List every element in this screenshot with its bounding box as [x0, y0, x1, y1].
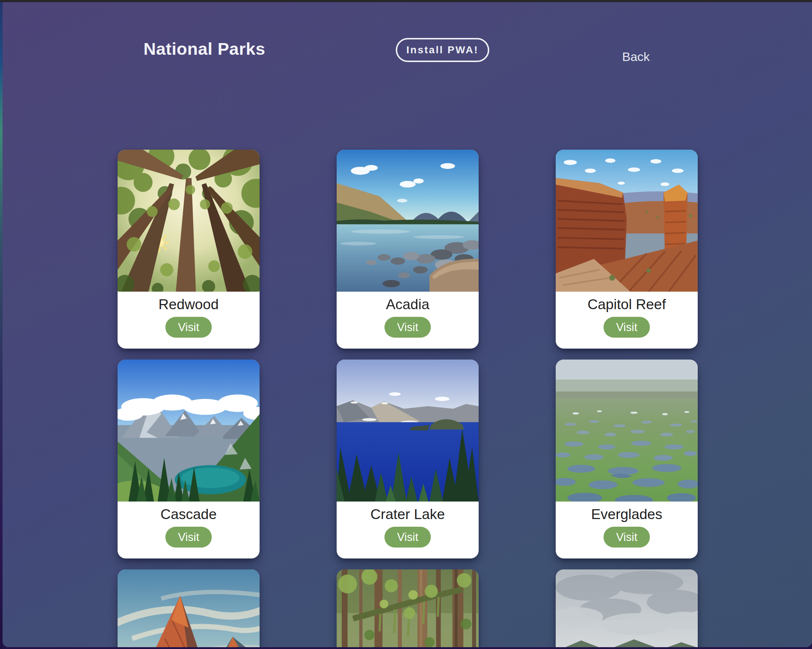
back-button[interactable]: Back [622, 50, 650, 64]
capitol-reef-cliffs-illustration [556, 150, 698, 292]
everglades-wetland-illustration [556, 360, 698, 501]
misty-green-mountains-illustration [556, 570, 698, 647]
install-pwa-button[interactable]: Install PWA! [396, 38, 489, 62]
desktop-edge-strip [0, 0, 3, 649]
park-name: Acadia [386, 296, 429, 313]
park-card-redwood: Redwood Visit [118, 150, 259, 349]
park-card-acadia: Acadia Visit [337, 150, 479, 349]
misty-mountains-photo [556, 570, 698, 647]
visit-button-crater-lake[interactable]: Visit [385, 527, 430, 547]
park-name: Crater Lake [371, 506, 445, 523]
park-card-row3-col3 [556, 570, 698, 647]
park-name: Capitol Reef [588, 296, 666, 313]
visit-button-redwood[interactable]: Visit [165, 317, 211, 338]
visit-button-cascade[interactable]: Visit [165, 527, 211, 547]
capitol-reef-photo [556, 150, 698, 292]
visit-button-acadia[interactable]: Visit [385, 317, 430, 338]
cascade-mountain-lake-illustration [118, 360, 259, 501]
park-card-row3-col2 [337, 570, 479, 647]
page-title: National Parks [143, 39, 266, 59]
park-card-capitol-reef: Capitol Reef Visit [556, 150, 698, 349]
park-card-row3-col1 [118, 570, 259, 647]
park-card-everglades: Everglades Visit [556, 360, 698, 559]
redwood-forest-canopy-illustration [118, 150, 259, 292]
park-card-crater-lake: Crater Lake Visit [337, 360, 479, 559]
redwood-photo [118, 150, 259, 292]
park-card-grid: Redwood Visit [118, 150, 698, 647]
crater-lake-photo [337, 360, 479, 501]
visit-button-capitol-reef[interactable]: Visit [603, 317, 650, 338]
sunrise-peak-photo [118, 570, 259, 647]
window-top-strip [0, 0, 812, 2]
everglades-photo [556, 360, 698, 501]
park-card-cascade: Cascade Visit [118, 360, 259, 559]
park-name: Redwood [159, 296, 219, 313]
national-parks-app: National Parks Install PWA! Back [3, 2, 812, 647]
park-name: Everglades [591, 506, 662, 523]
sunrise-lit-peak-illustration [118, 570, 259, 647]
cascade-photo [118, 360, 259, 501]
park-name: Cascade [161, 506, 217, 523]
acadia-photo [337, 150, 479, 292]
crater-lake-illustration [337, 360, 479, 501]
rainforest-photo [337, 570, 479, 647]
visit-button-everglades[interactable]: Visit [603, 527, 650, 547]
mossy-rainforest-illustration [337, 570, 479, 647]
acadia-lake-shore-illustration [337, 150, 479, 292]
